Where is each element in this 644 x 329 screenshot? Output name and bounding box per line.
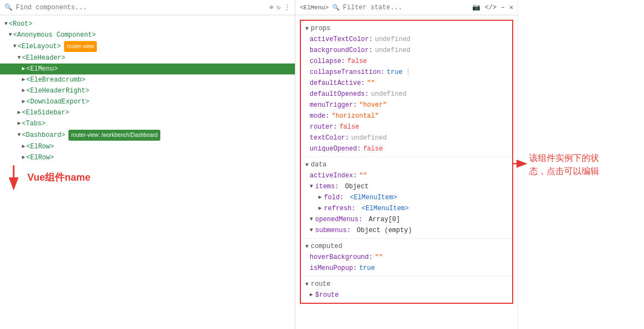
expand-arrow: ▶ bbox=[18, 108, 21, 118]
prop-value[interactable]: "hover" bbox=[359, 100, 386, 110]
code-icon[interactable]: </> bbox=[485, 4, 497, 11]
tree-item-tabs[interactable]: ▶ <Tabs> bbox=[0, 118, 295, 129]
data-row-fold[interactable]: ▶ fold: <ElMenuItem> bbox=[310, 192, 512, 203]
expand-arrow: ▼ bbox=[4, 19, 8, 29]
prop-value[interactable]: "horizontal" bbox=[332, 111, 379, 121]
panel-component-name: <ElMenu> bbox=[300, 4, 329, 11]
more-icon[interactable]: ⋮ bbox=[284, 3, 291, 11]
section-label: data bbox=[311, 161, 327, 169]
right-annotation-text: 该组件实例下的状 态，点击可以编辑 bbox=[529, 152, 599, 178]
prop-value: <ElMenuItem> bbox=[346, 193, 397, 203]
computed-section-title[interactable]: ▼ computed bbox=[301, 241, 512, 252]
prop-key: uniqueOpened: bbox=[310, 144, 361, 154]
data-row-refresh[interactable]: ▶ refresh: <ElMenuItem> bbox=[310, 203, 512, 214]
right-annotation-panel: 该组件实例下的状 态，点击可以编辑 bbox=[518, 0, 644, 329]
tree-item-elesidebar[interactable]: ▶ <EleSidebar> bbox=[0, 107, 295, 118]
data-row-submenus[interactable]: ▼ submenus: Object (empty) bbox=[301, 225, 512, 236]
tree-item-root[interactable]: ▼ <Root> bbox=[0, 19, 295, 30]
prop-value: Array[0] bbox=[364, 215, 400, 224]
prop-value: undefined bbox=[375, 45, 410, 55]
prop-row-collapsetransition: collapseTransition: true ⋮ bbox=[301, 67, 512, 78]
props-panel: <ElMenu> 🔍 📷 </> – ✕ ▼ props bbox=[295, 0, 518, 329]
tree-item-elelayout[interactable]: ▼ <EleLayout> router-view bbox=[0, 41, 295, 53]
tree-item-anonymous[interactable]: ▼ <Anonymous Component> bbox=[0, 30, 295, 41]
prop-key: submenus: bbox=[315, 226, 351, 235]
data-row-openedmenus[interactable]: ▼ openedMenus: Array[0] bbox=[301, 214, 512, 225]
tree-item-dashboard[interactable]: ▼ <Dashboard> router-view: /workbench/Da… bbox=[0, 129, 295, 141]
prop-row-uniqueopened: uniqueOpened: false bbox=[301, 143, 512, 154]
expand-arrow: ▼ bbox=[13, 42, 16, 51]
tree-item-eleheaderright[interactable]: ▶ <EleHeaderRight> bbox=[0, 85, 295, 96]
prop-value[interactable]: "" bbox=[367, 78, 375, 88]
search-icon: 🔍 bbox=[4, 3, 13, 11]
prop-row-backgroundcolor: backgroundColor: undefined bbox=[301, 45, 512, 56]
router-view-badge: router-view: /workbench/Dashboard bbox=[68, 130, 160, 141]
expand-arrow: ▼ bbox=[310, 215, 313, 224]
tree-item-eleheader[interactable]: ▼ <EleHeader> bbox=[0, 53, 295, 64]
prop-row-defaultopeneds: defaultOpeneds: undefined bbox=[301, 89, 512, 100]
screenshot-icon[interactable]: 📷 bbox=[472, 3, 480, 11]
prop-value: Object bbox=[341, 182, 368, 192]
section-label: props bbox=[311, 25, 330, 32]
tree-item-elrow1[interactable]: ▶ <ElRow> bbox=[0, 141, 295, 152]
prop-row-activetextcolor: activeTextColor: undefined bbox=[301, 34, 512, 45]
prop-value[interactable]: "" bbox=[375, 252, 382, 262]
route-row-sroute[interactable]: ▶ $route bbox=[301, 290, 512, 301]
route-section-title[interactable]: ▼ route bbox=[301, 279, 512, 290]
prop-value[interactable]: "" bbox=[359, 171, 367, 181]
component-label: <Dashboard> bbox=[22, 130, 65, 140]
expand-arrow: ▶ bbox=[318, 204, 322, 213]
prop-row-router: router: false bbox=[301, 122, 512, 132]
prop-value: Object (empty) bbox=[353, 226, 412, 235]
prop-key: activeIndex: bbox=[310, 171, 357, 181]
expand-arrow: ▶ bbox=[310, 290, 313, 300]
prop-key: collapseTransition: bbox=[310, 67, 385, 77]
tree-item-downloadexport[interactable]: ▶ <DownloadExport> bbox=[0, 96, 295, 107]
tree-item-elmenu[interactable]: ▶ <ElMenu> bbox=[0, 64, 295, 74]
prop-key: defaultOpeneds: bbox=[310, 89, 369, 99]
prop-key: activeTextColor: bbox=[310, 34, 373, 44]
close-icon[interactable]: ✕ bbox=[509, 3, 513, 11]
component-search-input[interactable] bbox=[16, 4, 266, 11]
refresh-icon[interactable]: ↻ bbox=[277, 3, 281, 11]
section-separator bbox=[301, 276, 512, 276]
prop-key: defaultActive: bbox=[310, 78, 365, 88]
state-filter-input[interactable] bbox=[343, 4, 469, 11]
prop-key: textColor: bbox=[310, 133, 349, 143]
right-annotation-arrow-area bbox=[513, 158, 529, 171]
prop-value[interactable]: true bbox=[387, 67, 403, 77]
prop-value[interactable]: false bbox=[339, 122, 359, 132]
component-label: <DownloadExport> bbox=[26, 97, 89, 107]
expand-arrow: ▶ bbox=[22, 64, 25, 74]
component-label: <EleHeader> bbox=[22, 53, 65, 63]
expand-arrow: ▼ bbox=[310, 182, 313, 192]
route-section: ▼ route ▶ $route bbox=[301, 279, 512, 301]
prop-key: $route bbox=[315, 290, 339, 300]
tree-item-elebreadcrumb[interactable]: ▶ <EleBreadcrumb> bbox=[0, 74, 295, 85]
data-row-items[interactable]: ▼ items: Object bbox=[301, 181, 512, 192]
collapse-arrow: ▼ bbox=[305, 26, 309, 32]
component-label: <Tabs> bbox=[22, 119, 45, 129]
data-section-title[interactable]: ▼ data bbox=[301, 159, 512, 170]
prop-row-textcolor: textColor: undefined bbox=[301, 132, 512, 143]
collapse-arrow: ▼ bbox=[305, 244, 309, 250]
computed-section: ▼ computed hoverBackground: "" isMenuPop… bbox=[301, 241, 512, 274]
component-tree: ▼ <Root> ▼ <Anonymous Component> ▼ <EleL… bbox=[0, 15, 295, 329]
prop-value[interactable]: true bbox=[359, 263, 375, 273]
expand-arrow: ▶ bbox=[318, 193, 322, 203]
target-icon[interactable]: ⊕ bbox=[270, 3, 274, 11]
minimize-icon[interactable]: – bbox=[501, 4, 505, 11]
edit-icon[interactable]: ⋮ bbox=[405, 67, 411, 77]
prop-key: backgroundColor: bbox=[310, 45, 373, 55]
prop-key: collapse: bbox=[310, 56, 345, 66]
prop-value[interactable]: false bbox=[363, 144, 383, 154]
prop-value[interactable]: false bbox=[347, 56, 367, 66]
vue-annotation-label: Vue组件name bbox=[22, 171, 295, 184]
expand-arrow: ▶ bbox=[22, 97, 25, 107]
props-section-title[interactable]: ▼ props bbox=[301, 23, 512, 34]
computed-row-ismenupopup: isMenuPopup: true bbox=[301, 263, 512, 274]
header-icons: 📷 </> – ✕ bbox=[472, 3, 513, 11]
expand-arrow: ▼ bbox=[9, 30, 12, 40]
expand-arrow: ▼ bbox=[310, 226, 313, 235]
expand-arrow: ▶ bbox=[18, 119, 21, 129]
